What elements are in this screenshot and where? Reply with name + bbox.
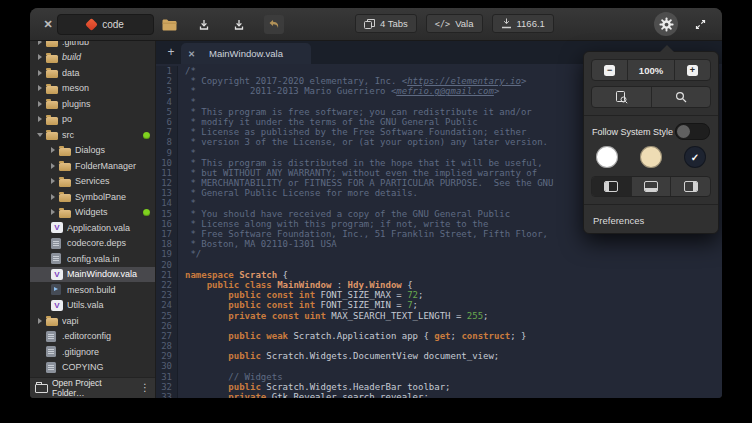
sidebar-item-config-vala-in[interactable]: config.vala.in xyxy=(30,251,155,267)
line-number: 19 xyxy=(156,249,178,259)
zoom-out-button[interactable]: − xyxy=(592,60,627,80)
expander-icon[interactable] xyxy=(36,41,44,45)
build-icon xyxy=(51,284,61,295)
preferences-menu-item[interactable]: Preferences xyxy=(591,212,711,226)
sidebar-item-widgets[interactable]: Widgets xyxy=(30,205,155,221)
find-button[interactable] xyxy=(651,87,711,107)
sidebar-item--editorconfig[interactable]: .editorconfig xyxy=(30,329,155,345)
zoom-in-button[interactable]: + xyxy=(674,60,710,80)
expander-icon[interactable] xyxy=(49,147,57,153)
code-line: 29 public Scratch.Widgets.DocumentView d… xyxy=(156,351,722,361)
line-number: 20 xyxy=(156,260,178,270)
vala-icon xyxy=(51,222,63,233)
save-button[interactable] xyxy=(194,15,214,34)
sidebar-item-meson[interactable]: meson xyxy=(30,81,155,97)
toggle-bottom-panel-button[interactable] xyxy=(631,177,671,196)
expander-icon[interactable] xyxy=(36,70,44,76)
new-tab-button[interactable]: + xyxy=(164,45,178,59)
folder-icon xyxy=(59,194,71,202)
project-file-tree[interactable]: .githubbuilddatamesonpluginsposrcDialogs… xyxy=(30,41,155,377)
settings-menu-button[interactable] xyxy=(654,12,678,36)
sidebar-item-plugins[interactable]: plugins xyxy=(30,96,155,112)
project-name: code xyxy=(102,19,124,30)
sidebar-item-application-vala[interactable]: Application.vala xyxy=(30,220,155,236)
line-number: 8 xyxy=(156,137,178,147)
toggle-right-panel-button[interactable] xyxy=(670,177,710,196)
find-in-project-button[interactable] xyxy=(592,87,651,107)
line-number: 24 xyxy=(156,300,178,310)
sidebar-item-meson-build[interactable]: meson.build xyxy=(30,282,155,298)
sidebar-item-vapi[interactable]: vapi xyxy=(30,313,155,329)
expander-icon[interactable] xyxy=(49,163,57,169)
search-control-group xyxy=(591,86,711,108)
toggle-knob xyxy=(677,125,690,138)
expander-icon[interactable] xyxy=(49,209,57,215)
code-line: 27 public weak Scratch.Application app {… xyxy=(156,331,722,341)
sidebar-item-dialogs[interactable]: Dialogs xyxy=(30,143,155,159)
sidebar-item-label: plugins xyxy=(62,99,155,109)
folder-icon xyxy=(46,318,58,326)
expander-icon[interactable] xyxy=(36,133,44,137)
sidebar-item-foldermanager[interactable]: FolderManager xyxy=(30,158,155,174)
line-number: 15 xyxy=(156,209,178,219)
expander-icon[interactable] xyxy=(36,101,44,107)
expander-icon[interactable] xyxy=(36,318,44,324)
expander-icon[interactable] xyxy=(36,116,44,122)
sidebar-item-codecore-deps[interactable]: codecore.deps xyxy=(30,236,155,252)
open-project-folder-button[interactable]: Open Project Folder… xyxy=(52,378,136,398)
headerbar-center-group: 4 Tabs </> Vala 1166.1 xyxy=(355,14,554,33)
follow-system-style-toggle[interactable] xyxy=(675,123,710,140)
revert-button[interactable] xyxy=(264,15,284,34)
sidebar-item-mainwindow-vala[interactable]: MainWindow.vala xyxy=(30,267,155,283)
sidebar-item-label: config.vala.in xyxy=(67,254,155,264)
sidebar-item-symbolpane[interactable]: SymbolPane xyxy=(30,189,155,205)
toggle-sidebar-button[interactable] xyxy=(592,177,631,196)
save-as-button[interactable] xyxy=(229,15,249,34)
tabs-overview-button[interactable]: 4 Tabs xyxy=(355,14,417,33)
expander-icon[interactable] xyxy=(36,85,44,91)
zoom-in-icon: + xyxy=(687,65,698,76)
tab-mainwindow-vala[interactable]: ✕ MainWindow.vala xyxy=(181,43,311,64)
code-line: 30 xyxy=(156,361,722,371)
fullscreen-button[interactable] xyxy=(693,17,708,32)
expander-icon[interactable] xyxy=(49,194,57,200)
sidebar-item-label: codecore.deps xyxy=(67,238,155,248)
project-chooser-button[interactable]: code xyxy=(57,14,154,35)
follow-system-style-row: Follow System Style xyxy=(592,123,710,140)
line-number: 9 xyxy=(156,148,178,158)
sidebar-item-src[interactable]: src xyxy=(30,127,155,143)
sidebar-item--gitignore[interactable]: .gitignore xyxy=(30,344,155,360)
style-dark-button[interactable]: ✓ xyxy=(684,146,706,168)
sidebar-item-label: po xyxy=(62,114,155,124)
tabs-icon xyxy=(364,19,375,29)
folder-icon xyxy=(46,101,58,109)
sidebar-item--github[interactable]: .github xyxy=(30,41,155,50)
code-line: 25 private const uint MAX_SEARCH_TEXT_LE… xyxy=(156,311,722,321)
folder-icon xyxy=(59,163,71,171)
sidebar-menu-button[interactable]: ⋮ xyxy=(140,383,150,393)
sidebar-item-po[interactable]: po xyxy=(30,112,155,128)
open-file-button[interactable] xyxy=(159,15,179,34)
sidebar-item-label: build xyxy=(62,52,155,62)
style-sepia-button[interactable] xyxy=(640,146,662,168)
sidebar-item-utils-vala[interactable]: Utils.vala xyxy=(30,298,155,314)
tab-close-icon[interactable]: ✕ xyxy=(188,49,200,59)
window-close-button[interactable]: ✕ xyxy=(40,16,56,32)
expander-icon[interactable] xyxy=(36,54,44,60)
sidebar-item-label: vapi xyxy=(62,316,155,326)
sidebar-item-label: Dialogs xyxy=(75,145,155,155)
sidebar-item-io-elementary-code-yml[interactable]: io.elementary.code.yml xyxy=(30,375,155,377)
sidebar-item-build[interactable]: build xyxy=(30,50,155,66)
sidebar-item-data[interactable]: data xyxy=(30,65,155,81)
line-number: 25 xyxy=(156,311,178,321)
sidebar-item-label: FolderManager xyxy=(75,161,155,171)
language-mode-button[interactable]: </> Vala xyxy=(426,14,483,33)
line-number: 11 xyxy=(156,168,178,178)
style-light-button[interactable] xyxy=(596,146,618,168)
code-line: 33 private Gtk.Revealer search_revealer; xyxy=(156,392,722,398)
folder-icon xyxy=(46,70,58,78)
expander-icon[interactable] xyxy=(49,178,57,184)
sidebar-item-services[interactable]: Services xyxy=(30,174,155,190)
sidebar-item-copying[interactable]: COPYING xyxy=(30,360,155,376)
goto-line-button[interactable]: 1166.1 xyxy=(492,14,554,33)
